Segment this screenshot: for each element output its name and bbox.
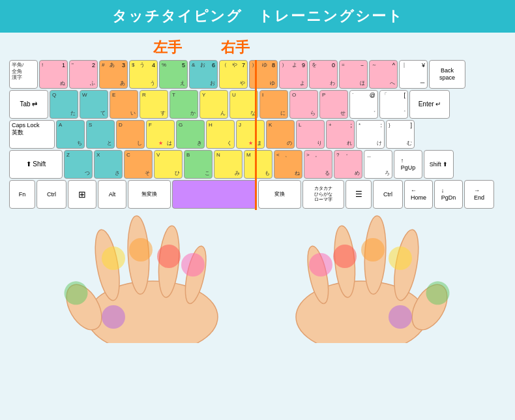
- key-7[interactable]: （ や や 7: [219, 60, 248, 89]
- row-qwerty: Tab ⇄ Q た W て E い R す T か Y: [9, 90, 506, 119]
- key-4[interactable]: $ う う 4: [129, 60, 158, 89]
- svg-point-9: [102, 247, 125, 270]
- key-pgup[interactable]: ↑PgUp: [394, 150, 422, 179]
- key-pgdn[interactable]: ↓PgDn: [434, 180, 463, 209]
- key-comma[interactable]: < 、 ね: [274, 150, 302, 179]
- key-9[interactable]: ） よ よ 9: [279, 60, 308, 89]
- svg-point-18: [309, 253, 332, 277]
- key-hankaku[interactable]: 半角/全角漢字: [9, 60, 38, 89]
- key-0[interactable]: を わ 0: [309, 60, 338, 89]
- key-end[interactable]: →End: [464, 180, 494, 209]
- key-space[interactable]: [172, 180, 257, 209]
- hand-labels: 左手 右手: [10, 38, 505, 57]
- svg-point-19: [333, 245, 357, 268]
- key-h[interactable]: H く: [206, 120, 235, 149]
- svg-point-6: [181, 253, 205, 277]
- row-number: 半角/全角漢字 ! ぬ 1 " ふ 2 # あ あ 3 $ う う 4: [9, 60, 506, 89]
- key-shift-left[interactable]: ⬆ Shift: [9, 150, 63, 179]
- key-capslock[interactable]: Caps Lock英数: [9, 120, 55, 149]
- key-semicolon[interactable]: + れ ;: [326, 120, 355, 149]
- key-v[interactable]: V ひ: [154, 150, 183, 179]
- key-s[interactable]: S と: [86, 120, 115, 149]
- key-enter[interactable]: Enter ↵: [409, 90, 450, 119]
- key-win[interactable]: ⊞: [68, 180, 96, 209]
- key-y[interactable]: Y ん: [199, 90, 228, 119]
- svg-point-7: [157, 245, 181, 268]
- key-x[interactable]: X さ: [94, 150, 123, 179]
- key-2[interactable]: " ふ 2: [69, 60, 98, 89]
- key-backspace[interactable]: Backspace: [429, 60, 465, 89]
- key-ctrl-right[interactable]: Ctrl: [373, 180, 403, 209]
- key-colon[interactable]: * け :: [356, 120, 385, 149]
- row-asdf: Caps Lock英数 A ち S と D し F は ★ G き: [9, 120, 506, 149]
- center-line: [255, 60, 257, 210]
- key-w[interactable]: W て: [80, 90, 108, 119]
- svg-point-23: [389, 305, 412, 329]
- key-lbracket[interactable]: 「 ゜ [: [379, 90, 408, 119]
- left-hand-label: 左手: [153, 38, 182, 57]
- app: タッチタイピング トレーニングシート 左手 右手 半角/全角漢字 ! ぬ 1 "…: [0, 0, 515, 420]
- svg-point-8: [129, 238, 153, 262]
- key-g[interactable]: G き: [176, 120, 205, 149]
- key-6[interactable]: & お お 6: [189, 60, 218, 89]
- key-tab[interactable]: Tab ⇄: [9, 90, 48, 119]
- svg-point-20: [361, 238, 385, 262]
- key-t[interactable]: T か: [169, 90, 198, 119]
- key-j[interactable]: J ま ★: [236, 120, 265, 149]
- key-e[interactable]: E い: [110, 90, 138, 119]
- key-caret[interactable]: ～ へ ^: [369, 60, 398, 89]
- key-rbracket[interactable]: } む ]: [386, 120, 415, 149]
- key-k[interactable]: K の: [266, 120, 295, 149]
- key-alt[interactable]: Alt: [98, 180, 126, 209]
- key-period[interactable]: > 。 る: [304, 150, 332, 179]
- key-minus[interactable]: = ほ －: [339, 60, 368, 89]
- key-n[interactable]: N み: [214, 150, 243, 179]
- key-backslash[interactable]: ＿ ろ: [364, 150, 392, 179]
- key-m[interactable]: M も: [244, 150, 272, 179]
- key-d[interactable]: D し: [116, 120, 145, 149]
- key-q[interactable]: Q た: [50, 90, 78, 119]
- key-5[interactable]: % え 5: [159, 60, 188, 89]
- key-fn[interactable]: Fn: [9, 180, 35, 209]
- key-b[interactable]: B こ: [184, 150, 213, 179]
- row-bottom: Fn Ctrl ⊞ Alt 無変換 変換 カタカナひらがなローマ字: [9, 180, 506, 209]
- key-8[interactable]: ） ゆ ゆ 8: [249, 60, 278, 89]
- hands-svg: [9, 213, 506, 343]
- key-r[interactable]: R す: [140, 90, 168, 119]
- key-a[interactable]: A ち: [56, 120, 85, 149]
- key-home[interactable]: ←Home: [404, 180, 433, 209]
- key-o[interactable]: O ら: [289, 90, 318, 119]
- key-yen[interactable]: ｜ ー ¥: [399, 60, 428, 89]
- svg-point-11: [102, 305, 125, 329]
- title-bar: タッチタイピング トレーニングシート: [0, 0, 515, 33]
- key-z[interactable]: Z つ: [64, 150, 93, 179]
- title-text: タッチタイピング トレーニングシート: [112, 8, 404, 24]
- svg-point-21: [389, 247, 412, 270]
- key-3[interactable]: # あ あ 3: [99, 60, 128, 89]
- keyboard-container: 半角/全角漢字 ! ぬ 1 " ふ 2 # あ あ 3 $ う う 4: [9, 60, 506, 210]
- key-l[interactable]: L り: [296, 120, 325, 149]
- hands-area: [9, 213, 506, 343]
- key-1[interactable]: ! ぬ 1: [39, 60, 68, 89]
- key-shift-right[interactable]: Shift ⬆: [424, 150, 454, 179]
- key-henkan[interactable]: 変換: [258, 180, 301, 209]
- key-f[interactable]: F は ★: [146, 120, 175, 149]
- key-c[interactable]: C そ: [124, 150, 153, 179]
- key-u[interactable]: U な: [229, 90, 258, 119]
- key-at[interactable]: ` ゛ @: [349, 90, 378, 119]
- key-p[interactable]: P せ: [319, 90, 348, 119]
- key-ctrl-left[interactable]: Ctrl: [37, 180, 66, 209]
- key-menu[interactable]: ☰: [346, 180, 372, 209]
- key-katakana[interactable]: カタカナひらがなローマ字: [302, 180, 344, 209]
- key-slash[interactable]: ? ・ め: [334, 150, 362, 179]
- key-muhenkan[interactable]: 無変換: [128, 180, 171, 209]
- right-hand-label: 右手: [221, 38, 250, 57]
- key-i[interactable]: I に: [259, 90, 288, 119]
- row-zxcv: ⬆ Shift Z つ X さ C そ V ひ B こ: [9, 150, 506, 179]
